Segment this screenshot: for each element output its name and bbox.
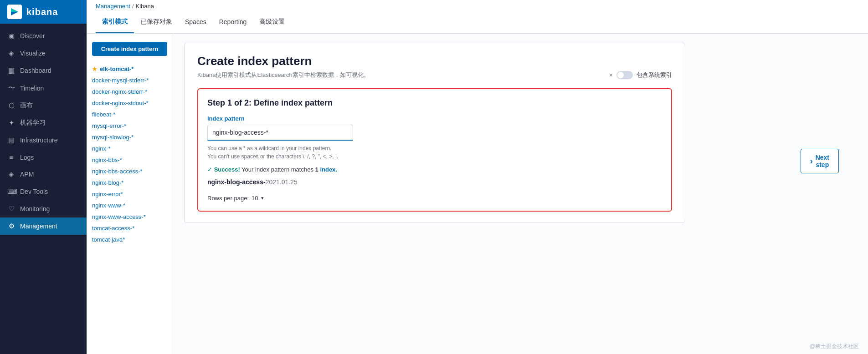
monitoring-icon: ♡ <box>7 205 15 213</box>
sidebar-item-ml[interactable]: ✦ 机器学习 <box>0 114 87 131</box>
list-item-docker-nginx-stdout[interactable]: docker-nginx-stdout-* <box>87 97 173 109</box>
timelion-icon: 〜 <box>7 84 15 92</box>
index-label: docker-mysql-stderr-* <box>92 77 149 84</box>
sidebar-item-logs[interactable]: ≡ Logs <box>0 149 87 166</box>
breadcrumb-kibana[interactable]: Kibana <box>136 3 154 10</box>
list-item-nginx-bbs[interactable]: nginx-bbs-* <box>87 154 173 166</box>
close-toggle-icon[interactable]: × <box>609 71 613 79</box>
index-label: nginx-blog-* <box>92 179 123 186</box>
index-label: filebeat-* <box>92 111 115 118</box>
list-item-nginx[interactable]: nginx-* <box>87 143 173 154</box>
success-count: 1 <box>315 166 318 173</box>
list-item-tomcat-access[interactable]: tomcat-access-* <box>87 223 173 234</box>
discover-icon: ◉ <box>7 32 15 40</box>
page-title: Create index pattern <box>197 54 672 68</box>
success-check-icon: ✓ <box>207 166 212 173</box>
sidebar-item-label-dashboard: Dashboard <box>20 67 51 74</box>
index-match-name-bold: nginx-blog-access- <box>207 178 266 186</box>
hint-line1: You can use a * as a wildcard in your in… <box>207 145 331 152</box>
index-label: docker-nginx-stderr-* <box>92 88 147 95</box>
system-index-toggle[interactable] <box>616 71 633 79</box>
list-item-nginx-www[interactable]: nginx-www-* <box>87 200 173 211</box>
kibana-logo-icon <box>7 5 22 19</box>
hint-line2: You can't use spaces or the characters \… <box>207 153 338 160</box>
sidebar-item-label-visualize: Visualize <box>20 50 46 57</box>
index-label: tomcat-access-* <box>92 225 134 232</box>
index-label: elk-tomcat-* <box>100 66 134 72</box>
rows-per-page-value: 10 <box>252 195 258 202</box>
sidebar-item-label-ml: 机器学习 <box>20 119 46 127</box>
index-label: mysql-slowlog-* <box>92 134 134 141</box>
step-title: Step 1 of 2: Define index pattern <box>207 98 662 108</box>
sidebar-item-timelion[interactable]: 〜 Timelion <box>0 79 87 97</box>
sidebar-item-label-timelion: Timelion <box>20 85 44 92</box>
sidebar-item-label-apm: APM <box>20 171 34 178</box>
apm-icon: ◈ <box>7 170 15 178</box>
infrastructure-icon: ▤ <box>7 136 15 144</box>
tab-reporting[interactable]: Reporting <box>213 11 253 33</box>
sidebar-item-canvas[interactable]: ⬡ 画布 <box>0 97 87 114</box>
visualize-icon: ◈ <box>7 49 15 57</box>
nav-tabs: 索引模式 已保存对象 Spaces Reporting 高级设置 <box>96 11 859 33</box>
next-step-icon: › <box>810 157 813 166</box>
index-label: nginx-bbs-access-* <box>92 168 143 175</box>
breadcrumb-separator: / <box>132 3 134 10</box>
devtools-icon: ⌨ <box>7 187 15 196</box>
sidebar-item-visualize[interactable]: ◈ Visualize <box>0 45 87 62</box>
toggle-area: × 包含系统索引 <box>609 71 672 79</box>
tab-spaces[interactable]: Spaces <box>179 11 213 33</box>
step-section: Step 1 of 2: Define index pattern Index … <box>197 88 672 212</box>
list-item-filebeat[interactable]: filebeat-* <box>87 109 173 120</box>
page-subtitle: Kibana使用索引模式从Elasticsearch索引中检索数据，如可视化。 … <box>197 71 672 79</box>
list-item-elk-tomcat[interactable]: ★ elk-tomcat-* <box>87 63 173 75</box>
list-item-mysql-error[interactable]: mysql-error-* <box>87 120 173 131</box>
list-item-mysql-slowlog[interactable]: mysql-slowlog-* <box>87 131 173 143</box>
sidebar-item-management[interactable]: ⚙ Management <box>0 217 87 235</box>
list-item-nginx-blog[interactable]: nginx-blog-* <box>87 177 173 188</box>
rows-per-page-selector[interactable]: Rows per page: 10 ▾ <box>207 195 662 202</box>
tab-index-pattern[interactable]: 索引模式 <box>96 11 134 33</box>
logs-icon: ≡ <box>7 153 15 161</box>
create-index-pattern-button[interactable]: Create index pattern <box>92 42 167 56</box>
success-detail: Your index pattern matches <box>241 166 313 173</box>
index-pattern-input[interactable] <box>207 125 353 141</box>
rows-per-page-chevron-icon: ▾ <box>261 195 264 201</box>
input-hint: You can use a * as a wildcard in your in… <box>207 144 662 161</box>
index-label: docker-nginx-stdout-* <box>92 100 149 106</box>
sidebar-item-apm[interactable]: ◈ APM <box>0 166 87 183</box>
sidebar-logo-text: kibana <box>26 7 58 17</box>
list-item-nginx-bbs-access[interactable]: nginx-bbs-access-* <box>87 166 173 177</box>
sidebar-item-label-discover: Discover <box>20 32 45 40</box>
content-wrapper: Create index pattern ★ elk-tomcat-* dock… <box>87 34 868 354</box>
index-label: mysql-error-* <box>92 122 126 129</box>
success-message: ✓ Success! Your index pattern matches 1 … <box>207 166 662 173</box>
sidebar-item-infrastructure[interactable]: ▤ Infrastructure <box>0 131 87 149</box>
sidebar-item-dashboard[interactable]: ▦ Dashboard <box>0 62 87 79</box>
breadcrumb-management[interactable]: Management <box>96 3 130 10</box>
star-icon: ★ <box>92 66 97 72</box>
field-label-index-pattern: Index pattern <box>207 115 662 122</box>
sidebar-item-devtools[interactable]: ⌨ Dev Tools <box>0 183 87 200</box>
list-item-docker-nginx-stderr[interactable]: docker-nginx-stderr-* <box>87 86 173 97</box>
next-step-button[interactable]: › Next step <box>801 149 839 173</box>
management-icon: ⚙ <box>7 222 15 230</box>
list-item-tomcat-java[interactable]: tomcat-java* <box>87 234 173 245</box>
main-area: Management / Kibana 索引模式 已保存对象 Spaces Re… <box>87 0 868 354</box>
ml-icon: ✦ <box>7 119 15 127</box>
index-label: nginx-www-access-* <box>92 213 146 220</box>
sidebar-logo: kibana <box>0 0 87 24</box>
tab-advanced-settings[interactable]: 高级设置 <box>253 11 291 33</box>
sidebar-item-discover[interactable]: ◉ Discover <box>0 27 87 45</box>
sidebar-item-monitoring[interactable]: ♡ Monitoring <box>0 200 87 217</box>
toggle-label: 包含系统索引 <box>637 71 672 79</box>
list-item-nginx-www-access[interactable]: nginx-www-access-* <box>87 211 173 223</box>
tab-saved-objects[interactable]: 已保存对象 <box>134 11 179 33</box>
next-step-label: Next step <box>816 154 829 168</box>
dashboard-icon: ▦ <box>7 66 15 75</box>
list-item-docker-mysql-stderr[interactable]: docker-mysql-stderr-* <box>87 75 173 86</box>
sidebar-item-label-logs: Logs <box>20 154 34 161</box>
index-label: nginx-error* <box>92 191 123 197</box>
list-item-nginx-error[interactable]: nginx-error* <box>87 188 173 200</box>
rows-per-page-label: Rows per page: <box>207 195 249 202</box>
left-panel: Create index pattern ★ elk-tomcat-* dock… <box>87 34 173 354</box>
